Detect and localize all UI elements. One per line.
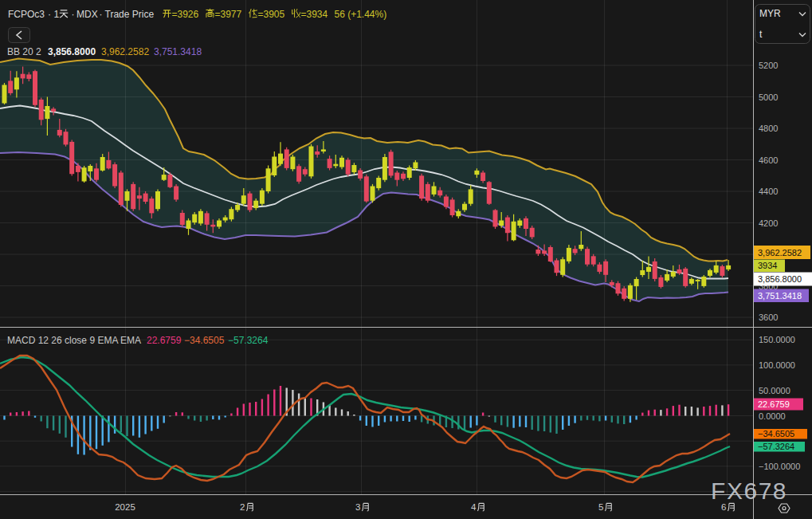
- svg-text:3,962.2582: 3,962.2582: [758, 248, 802, 258]
- svg-text:FCPOc3: FCPOc3: [8, 9, 45, 20]
- svg-text:1: 1: [54, 9, 60, 20]
- svg-text:−34.6505: −34.6505: [184, 335, 225, 346]
- svg-text:3,751.3418: 3,751.3418: [758, 291, 802, 301]
- svg-text:3,962.2582: 3,962.2582: [101, 46, 149, 57]
- svg-text:56 (+1.44%): 56 (+1.44%): [335, 9, 387, 20]
- svg-text:3,751.3418: 3,751.3418: [154, 46, 202, 57]
- svg-text:22.6759: 22.6759: [758, 399, 790, 409]
- svg-text:=3905: =3905: [258, 9, 285, 20]
- svg-text:·: ·: [48, 9, 51, 20]
- svg-text:50.0000: 50.0000: [759, 386, 790, 395]
- svg-text:4800: 4800: [759, 124, 778, 133]
- svg-text:·: ·: [100, 9, 103, 20]
- svg-text:3,856.8000: 3,856.8000: [758, 274, 802, 284]
- svg-text:5: 5: [598, 502, 603, 512]
- svg-text:2: 2: [240, 502, 245, 512]
- svg-text:−100.0000: −100.0000: [759, 462, 800, 471]
- svg-text:FX678: FX678: [711, 478, 787, 504]
- svg-text:3600: 3600: [759, 313, 778, 322]
- svg-text:4600: 4600: [759, 155, 778, 165]
- svg-text:−34.6505: −34.6505: [758, 429, 794, 438]
- svg-text:4: 4: [471, 502, 477, 512]
- svg-text:2025: 2025: [115, 502, 135, 512]
- svg-text:BB 20 2: BB 20 2: [7, 46, 41, 57]
- svg-text:6: 6: [721, 502, 726, 512]
- svg-text:3: 3: [355, 502, 360, 512]
- svg-text:150.0000: 150.0000: [759, 335, 795, 344]
- svg-text:−57.3264: −57.3264: [228, 335, 269, 346]
- svg-text:5000: 5000: [759, 92, 778, 102]
- svg-text:5200: 5200: [759, 61, 778, 70]
- svg-text:·: ·: [72, 9, 75, 20]
- svg-text:=3934: =3934: [301, 9, 328, 20]
- svg-text:MACD 12 26 close 9 EMA EMA: MACD 12 26 close 9 EMA EMA: [7, 335, 141, 346]
- svg-text:0.0000: 0.0000: [759, 411, 786, 421]
- svg-text:−57.3264: −57.3264: [758, 442, 794, 451]
- svg-text:4200: 4200: [759, 218, 778, 228]
- svg-text:=3977: =3977: [215, 9, 242, 20]
- svg-text:=3926: =3926: [172, 9, 199, 20]
- svg-text:4400: 4400: [759, 187, 778, 196]
- svg-text:MDX: MDX: [76, 9, 98, 20]
- svg-text:3,856.8000: 3,856.8000: [48, 46, 96, 57]
- svg-text:100.0000: 100.0000: [759, 360, 795, 370]
- svg-text:22.6759: 22.6759: [147, 335, 182, 346]
- svg-text:3934: 3934: [758, 261, 777, 270]
- svg-text:MYR: MYR: [759, 8, 781, 19]
- svg-text:Trade Price: Trade Price: [105, 9, 155, 20]
